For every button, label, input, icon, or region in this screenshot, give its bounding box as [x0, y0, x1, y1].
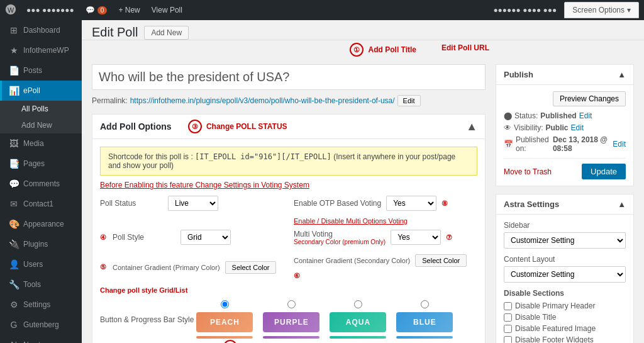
- gutenberg-icon: G: [8, 320, 19, 330]
- disable-footer-widgets-checkbox[interactable]: [504, 336, 512, 344]
- sidebar-item-media[interactable]: 🖼 Media: [0, 133, 82, 154]
- screen-options-button[interactable]: Screen Options ▾: [564, 2, 639, 18]
- sidebar-subitem-all-polls[interactable]: All Polls: [0, 101, 82, 117]
- multi-voting-select[interactable]: Yes No: [391, 230, 441, 245]
- poll-title-input[interactable]: [92, 64, 486, 90]
- appearance-icon: 🎨: [8, 219, 19, 229]
- adminbar-view-poll[interactable]: View Poll: [147, 0, 187, 20]
- settings-icon: ⚙: [8, 300, 19, 310]
- swatch-purple-radio[interactable]: [287, 300, 296, 308]
- edit-date-link[interactable]: Edit: [613, 140, 626, 149]
- postbox-toggle-icon[interactable]: ▲: [466, 120, 477, 133]
- sidebar-item-label-media: Media: [23, 139, 44, 148]
- sidebar-item-gutenberg[interactable]: G Gutenberg: [0, 315, 82, 335]
- disable-featured-image-label: Disable Featured Image: [515, 324, 596, 333]
- sidebar-item-label-infotheme: InfothemeWP: [23, 46, 69, 55]
- adminbar-new[interactable]: + New: [113, 0, 145, 20]
- epoll-submenu: All Polls Add New: [0, 101, 82, 133]
- permalink-url[interactable]: https://infotheme.in/plugins/epoll/v3/de…: [130, 96, 395, 105]
- permalink-edit-button[interactable]: Edit: [397, 95, 421, 106]
- sidebar-item-contact[interactable]: ✉ Contact 1: [0, 194, 82, 214]
- content-layout-select[interactable]: Customizer Setting Boxed Full Width/Stre…: [504, 266, 626, 283]
- sidebar-item-label-contact: Contact: [23, 200, 49, 208]
- status-label: Status:: [514, 111, 538, 120]
- swatch-peach: PEACH: [196, 300, 253, 339]
- otp-voting-select[interactable]: Yes No: [386, 196, 436, 211]
- voting-system-link[interactable]: Before Enabling this feature Change Sett…: [100, 181, 477, 189]
- ann4-label: Change poll style Grid/List: [100, 286, 187, 294]
- disable-title-checkbox[interactable]: [504, 313, 512, 322]
- svg-text:W: W: [8, 6, 14, 13]
- preview-changes-button[interactable]: Preview Changes: [553, 91, 626, 106]
- adminbar-view-poll-label: View Poll: [152, 6, 182, 14]
- sidebar-item-comments[interactable]: 💬 Comments: [0, 174, 82, 194]
- poll-options-box: Add Poll Options ③ Change POLL STATUS ▲ …: [92, 114, 486, 343]
- multi-voting-label: Multi Voting: [294, 230, 333, 239]
- swatch-blue-radio[interactable]: [421, 300, 429, 308]
- poll-options-grid: Poll Status Live Closed Draft Enable OTP…: [100, 196, 477, 285]
- infotheme-icon: ★: [8, 45, 19, 55]
- swatch-aqua-label: AQUA: [346, 318, 370, 327]
- wp-logo-icon[interactable]: W: [5, 4, 16, 17]
- sidebar-item-infotheme[interactable]: ★ InfothemeWP: [0, 40, 82, 60]
- swatch-purple-btn[interactable]: PURPLE: [263, 312, 319, 332]
- sidebar-item-appearance[interactable]: 🎨 Appearance: [0, 214, 82, 234]
- sidebar-item-newt[interactable]: N Newt: [0, 335, 82, 343]
- sidebar-item-label-dashboard: Dashboard: [23, 26, 60, 35]
- comments-icon: 💬: [8, 179, 19, 189]
- sidebar-item-plugins[interactable]: 🔌 Plugins: [0, 234, 82, 254]
- disable-featured-image-checkbox[interactable]: [504, 325, 512, 333]
- add-new-button[interactable]: Add New: [144, 26, 189, 40]
- circle-4-inline: ④: [100, 233, 106, 242]
- sidebar-item-dashboard[interactable]: ⊞ Dashboard: [0, 20, 82, 40]
- disable-title-row: Disable Title: [504, 313, 626, 322]
- poll-options-header: Add Poll Options ③ Change POLL STATUS ▲: [92, 115, 485, 139]
- annotation-3: ③ Change POLL STATUS: [188, 120, 287, 133]
- sidebar-subitem-add-new[interactable]: Add New: [0, 117, 82, 133]
- swatch-aqua-bar: [330, 336, 386, 339]
- swatch-peach-radio[interactable]: [221, 300, 229, 308]
- swatch-aqua-radio[interactable]: [354, 300, 362, 308]
- astra-toggle-icon[interactable]: ▲: [618, 200, 626, 209]
- swatch-aqua: AQUA: [330, 300, 386, 339]
- select-color-secondary-button[interactable]: Select Color: [415, 254, 467, 267]
- adminbar-comments[interactable]: 💬 0: [80, 0, 113, 20]
- page-title-area: Edit Poll Add New: [92, 25, 189, 40]
- title-annotations: ① Add Poll Title Edit Poll URL: [82, 43, 644, 57]
- swatch-aqua-btn[interactable]: AQUA: [330, 312, 386, 332]
- contact-badge: 1: [49, 200, 53, 208]
- adminbar-site[interactable]: ●●● ●●●●●●●: [21, 0, 79, 20]
- visibility-icon: 👁: [504, 123, 511, 132]
- sidebar-item-pages[interactable]: 📑 Pages: [0, 154, 82, 174]
- visibility-row: 👁 Visibility: Public Edit: [504, 123, 626, 132]
- move-to-trash-link[interactable]: Move to Trash: [504, 167, 552, 176]
- sidebar-item-posts[interactable]: 📄 Posts: [0, 60, 82, 81]
- poll-status-select[interactable]: Live Closed Draft: [168, 196, 218, 211]
- sidebar-item-users[interactable]: 👤 Users: [0, 254, 82, 274]
- sidebar-item-settings[interactable]: ⚙ Settings: [0, 295, 82, 315]
- circle-6: ⑥: [294, 272, 300, 280]
- poll-style-row: ④ Poll Style Grid List: [100, 230, 284, 245]
- update-button[interactable]: Update: [582, 164, 626, 179]
- adminbar-right: ●●●●●● ●●●● ●●● Screen Options ▾: [488, 2, 639, 18]
- sidebar-item-epoll[interactable]: 📊 ePoll: [0, 81, 82, 101]
- swatch-blue-btn[interactable]: BLUE: [396, 312, 453, 332]
- sidebar-item-label-posts: Posts: [23, 66, 42, 75]
- sidebar-panels: Publish ▲ Preview Changes ⬤ Status: Publ…: [496, 64, 634, 343]
- users-icon: 👤: [8, 259, 19, 269]
- edit-status-link[interactable]: Edit: [579, 111, 592, 120]
- swatch-peach-btn[interactable]: PEACH: [196, 312, 253, 332]
- sidebar-setting-select[interactable]: Customizer Setting Left Sidebar Right Si…: [504, 232, 626, 249]
- visibility-label: Visibility:: [514, 123, 543, 132]
- poll-style-select[interactable]: Grid List: [180, 230, 231, 245]
- select-color-primary-button[interactable]: Select Color: [225, 261, 277, 274]
- multi-options-link[interactable]: Enable / Disable Multi Options Voting: [294, 217, 408, 225]
- sidebar-item-tools[interactable]: 🔧 Tools: [0, 274, 82, 295]
- adminbar-new-label: + New: [118, 6, 140, 14]
- disable-primary-header-checkbox[interactable]: [504, 302, 512, 310]
- edit-visibility-link[interactable]: Edit: [570, 123, 584, 132]
- publish-toggle-icon[interactable]: ▲: [618, 70, 626, 79]
- permalink-label: Permalink:: [92, 96, 128, 105]
- circle-8: ⑧: [441, 200, 448, 208]
- sidebar-item-label-newt: Newt: [23, 340, 40, 343]
